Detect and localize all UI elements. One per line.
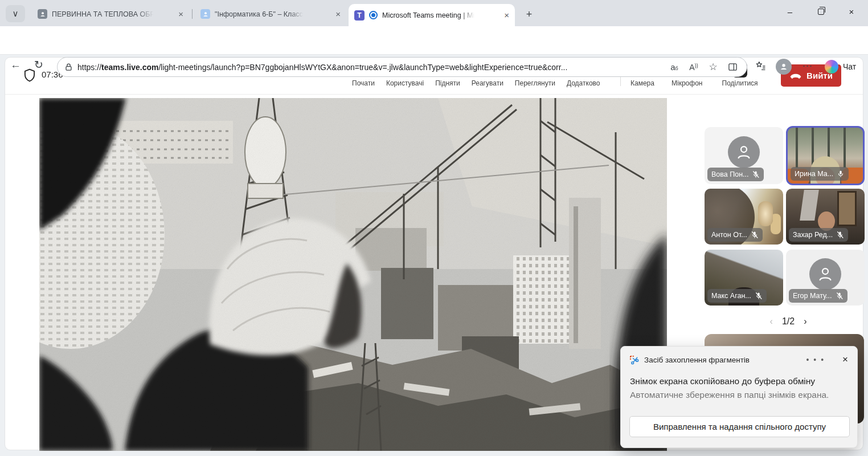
tab-3-active[interactable]: T Microsoft Teams meeting | Mi × <box>349 4 515 26</box>
profile-avatar[interactable] <box>776 59 792 75</box>
tile-pagination: ‹ 1/2 › <box>757 313 820 330</box>
tab-2[interactable]: "Інформатика 6-Б" – Класс × <box>195 5 346 23</box>
tab-strip: ∨ ПЕРВИННА ТА ТЕПЛОВА ОБРОБ × "Інформати… <box>0 0 868 26</box>
participant-name: Вова Пон... <box>711 170 748 178</box>
restore-button[interactable] <box>808 0 834 23</box>
tab-title: "Інформатика 6-Б" – Класс <box>215 10 303 18</box>
read-aloud-icon[interactable]: A)) <box>686 63 701 72</box>
mic-muted-icon <box>754 171 759 177</box>
participant-name: Ирина Ма... <box>795 170 833 178</box>
participant-tile[interactable]: Егор Мату... <box>786 250 865 306</box>
mic-muted-icon <box>752 231 757 238</box>
mic-muted-icon <box>838 231 843 238</box>
participant-name: Макс Аган... <box>711 292 751 300</box>
participant-name: Егор Мату... <box>793 292 832 300</box>
address-bar[interactable]: https://teams.live.com/light-meetings/la… <box>57 57 747 77</box>
copilot-icon[interactable] <box>825 60 838 74</box>
hangup-phone-icon <box>789 71 802 80</box>
new-tab-button[interactable]: + <box>522 7 537 22</box>
notification-action-button[interactable]: Виправлення та надання спільного доступу <box>629 416 850 437</box>
snipping-tool-notification: Засіб захоплення фрагментів • • • × Знім… <box>620 346 858 448</box>
background-lights <box>758 201 773 226</box>
notification-line2: Автоматичне збереження в папці знімків е… <box>630 390 829 400</box>
favorite-star-icon[interactable]: ☆ <box>706 61 720 73</box>
notification-close-icon[interactable]: × <box>842 354 848 365</box>
background-door <box>837 191 857 226</box>
snipping-tool-icon <box>629 355 639 365</box>
browser-window: ∨ ПЕРВИННА ТА ТЕПЛОВА ОБРОБ × "Інформати… <box>0 0 868 456</box>
restore-icon <box>818 9 824 15</box>
chevron-down-icon: ∨ <box>13 9 19 19</box>
notification-app-title: Засіб захоплення фрагментів <box>644 356 801 364</box>
participant-tile[interactable]: Захар Ред... <box>786 189 865 245</box>
avatar <box>728 136 760 168</box>
url-text: https://teams.live.com/light-meetings/la… <box>77 63 662 72</box>
close-tab-icon[interactable]: × <box>178 9 183 19</box>
page-prev-icon[interactable]: ‹ <box>770 316 773 327</box>
refresh-button[interactable]: ↻ <box>34 59 43 70</box>
mic-muted-icon <box>837 292 842 299</box>
tab-title: ПЕРВИННА ТА ТЕПЛОВА ОБРОБ <box>52 10 153 18</box>
close-window-button[interactable]: × <box>838 0 865 23</box>
page-favicon <box>200 9 210 19</box>
meeting-indicator-icon <box>369 11 378 19</box>
background-cloth <box>800 190 819 221</box>
copilot-chat-label[interactable]: Чат <box>843 62 856 71</box>
browser-toolbar: ← ↻ https://teams.live.com/light-meeting… <box>0 26 868 55</box>
close-tab-icon[interactable]: × <box>504 10 509 20</box>
tab-separator <box>192 9 193 19</box>
participant-tile[interactable]: Антон От... <box>705 189 783 245</box>
page-indicator: 1/2 <box>782 316 795 327</box>
close-tab-icon[interactable]: × <box>335 9 341 19</box>
avatar <box>809 258 841 290</box>
split-screen-icon[interactable] <box>725 62 740 72</box>
teams-favicon: T <box>354 10 365 21</box>
lock-icon <box>64 63 73 71</box>
participant-tile[interactable]: Вова Пон... <box>705 127 783 184</box>
participant-tile-active[interactable]: Ирина Ма... <box>786 126 865 185</box>
mic-on-icon <box>839 170 843 177</box>
participant-tile[interactable]: Макс Аган... <box>705 250 783 306</box>
tab-search-button[interactable]: ∨ <box>6 5 25 22</box>
notification-line1: Знімок екрана скопійовано до буфера обмі… <box>630 376 815 386</box>
notification-more-icon[interactable]: • • • <box>806 355 825 364</box>
tab-1[interactable]: ПЕРВИННА ТА ТЕПЛОВА ОБРОБ × <box>32 5 189 23</box>
collections-icon[interactable] <box>755 60 766 71</box>
participant-name: Захар Ред... <box>793 231 833 239</box>
minimize-button[interactable]: – <box>777 0 803 23</box>
mic-muted-icon <box>756 292 761 299</box>
background-window <box>796 128 798 168</box>
participant-name: Антон От... <box>711 231 747 239</box>
teams-meeting-app: 07:36 Почати 10 Користувачі Підняти Реаг… <box>5 57 863 450</box>
page-favicon <box>38 9 47 19</box>
tab-title: Microsoft Teams meeting | Mi <box>382 11 474 19</box>
chernobyl-photo <box>39 98 667 451</box>
browser-menu-icon[interactable]: … <box>802 58 813 68</box>
page-next-icon[interactable]: › <box>804 316 806 327</box>
translate-icon[interactable]: aб <box>667 62 682 72</box>
shared-screen-content: Ирина Малкова <box>39 98 667 451</box>
back-button[interactable]: ← <box>10 59 21 70</box>
